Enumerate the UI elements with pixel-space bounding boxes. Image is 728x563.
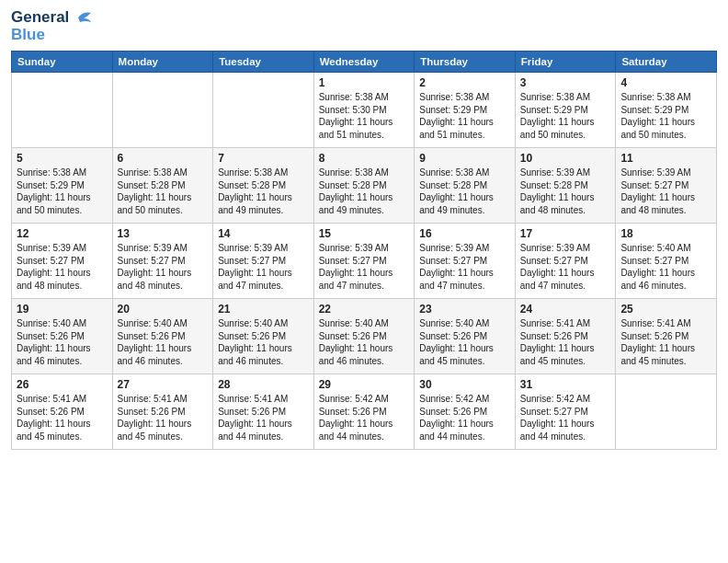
logo-text: General Blue [11, 9, 91, 43]
day-of-week-saturday: Saturday [616, 52, 717, 73]
day-number: 11 [620, 152, 711, 165]
table-row [112, 73, 213, 148]
day-info: Sunrise: 5:41 AM Sunset: 5:26 PM Dayligh… [218, 393, 309, 442]
day-info: Sunrise: 5:39 AM Sunset: 5:27 PM Dayligh… [319, 242, 410, 292]
table-row: 1Sunrise: 5:38 AM Sunset: 5:30 PM Daylig… [313, 73, 415, 148]
day-number: 20 [118, 303, 209, 316]
day-info: Sunrise: 5:40 AM Sunset: 5:26 PM Dayligh… [218, 317, 309, 367]
day-number: 8 [319, 152, 410, 165]
day-number: 9 [419, 152, 510, 165]
table-row: 29Sunrise: 5:42 AM Sunset: 5:26 PM Dayli… [313, 374, 415, 450]
day-of-week-friday: Friday [515, 52, 616, 73]
day-info: Sunrise: 5:40 AM Sunset: 5:26 PM Dayligh… [118, 317, 209, 367]
day-number: 27 [118, 378, 209, 391]
day-number: 16 [419, 227, 510, 240]
table-row: 3Sunrise: 5:38 AM Sunset: 5:29 PM Daylig… [515, 73, 616, 148]
day-number: 28 [218, 378, 309, 391]
table-row: 5Sunrise: 5:38 AM Sunset: 5:29 PM Daylig… [12, 148, 113, 224]
table-row: 2Sunrise: 5:38 AM Sunset: 5:29 PM Daylig… [415, 73, 516, 148]
table-row: 24Sunrise: 5:41 AM Sunset: 5:26 PM Dayli… [515, 299, 616, 374]
day-number: 4 [620, 76, 711, 89]
day-number: 24 [520, 303, 611, 316]
day-of-week-sunday: Sunday [12, 52, 113, 73]
logo-bird-icon [71, 9, 91, 26]
table-row: 14Sunrise: 5:39 AM Sunset: 5:27 PM Dayli… [213, 224, 314, 299]
day-info: Sunrise: 5:38 AM Sunset: 5:29 PM Dayligh… [620, 91, 711, 141]
page-header: General Blue [11, 9, 717, 43]
day-number: 7 [218, 152, 309, 165]
table-row: 21Sunrise: 5:40 AM Sunset: 5:26 PM Dayli… [213, 299, 314, 374]
day-number: 29 [319, 378, 410, 391]
table-row: 8Sunrise: 5:38 AM Sunset: 5:28 PM Daylig… [313, 148, 415, 224]
day-info: Sunrise: 5:38 AM Sunset: 5:28 PM Dayligh… [319, 167, 410, 216]
day-info: Sunrise: 5:39 AM Sunset: 5:27 PM Dayligh… [620, 167, 711, 216]
day-info: Sunrise: 5:42 AM Sunset: 5:26 PM Dayligh… [419, 393, 510, 442]
day-number: 2 [419, 76, 510, 89]
day-info: Sunrise: 5:41 AM Sunset: 5:26 PM Dayligh… [620, 317, 711, 367]
day-number: 15 [319, 227, 410, 240]
table-row: 27Sunrise: 5:41 AM Sunset: 5:26 PM Dayli… [112, 374, 213, 450]
table-row: 30Sunrise: 5:42 AM Sunset: 5:26 PM Dayli… [415, 374, 516, 450]
table-row [616, 374, 717, 450]
day-info: Sunrise: 5:39 AM Sunset: 5:27 PM Dayligh… [520, 242, 611, 292]
day-info: Sunrise: 5:39 AM Sunset: 5:27 PM Dayligh… [118, 242, 209, 292]
day-number: 18 [620, 227, 711, 240]
day-number: 25 [620, 303, 711, 316]
table-row: 7Sunrise: 5:38 AM Sunset: 5:28 PM Daylig… [213, 148, 314, 224]
table-row: 25Sunrise: 5:41 AM Sunset: 5:26 PM Dayli… [616, 299, 717, 374]
table-row: 19Sunrise: 5:40 AM Sunset: 5:26 PM Dayli… [12, 299, 113, 374]
day-of-week-thursday: Thursday [415, 52, 516, 73]
day-info: Sunrise: 5:40 AM Sunset: 5:27 PM Dayligh… [620, 242, 711, 292]
day-number: 17 [520, 227, 611, 240]
table-row: 20Sunrise: 5:40 AM Sunset: 5:26 PM Dayli… [112, 299, 213, 374]
table-row [12, 73, 113, 148]
day-number: 30 [419, 378, 510, 391]
day-info: Sunrise: 5:40 AM Sunset: 5:26 PM Dayligh… [17, 317, 108, 367]
day-number: 14 [218, 227, 309, 240]
table-row: 9Sunrise: 5:38 AM Sunset: 5:28 PM Daylig… [415, 148, 516, 224]
day-number: 31 [520, 378, 611, 391]
table-row: 31Sunrise: 5:42 AM Sunset: 5:27 PM Dayli… [515, 374, 616, 450]
day-info: Sunrise: 5:40 AM Sunset: 5:26 PM Dayligh… [319, 317, 410, 367]
day-of-week-monday: Monday [112, 52, 213, 73]
day-number: 26 [17, 378, 108, 391]
day-number: 21 [218, 303, 309, 316]
table-row: 12Sunrise: 5:39 AM Sunset: 5:27 PM Dayli… [12, 224, 113, 299]
logo-general: General [11, 9, 69, 27]
day-info: Sunrise: 5:42 AM Sunset: 5:27 PM Dayligh… [520, 393, 611, 442]
table-row: 11Sunrise: 5:39 AM Sunset: 5:27 PM Dayli… [616, 148, 717, 224]
calendar-table: SundayMondayTuesdayWednesdayThursdayFrid… [11, 51, 717, 450]
day-info: Sunrise: 5:38 AM Sunset: 5:29 PM Dayligh… [419, 91, 510, 141]
day-info: Sunrise: 5:42 AM Sunset: 5:26 PM Dayligh… [319, 393, 410, 442]
day-info: Sunrise: 5:39 AM Sunset: 5:28 PM Dayligh… [520, 167, 611, 216]
day-of-week-wednesday: Wednesday [313, 52, 415, 73]
day-info: Sunrise: 5:38 AM Sunset: 5:30 PM Dayligh… [319, 91, 410, 141]
logo-blue: Blue [11, 27, 91, 44]
day-info: Sunrise: 5:41 AM Sunset: 5:26 PM Dayligh… [118, 393, 209, 442]
day-info: Sunrise: 5:38 AM Sunset: 5:29 PM Dayligh… [520, 91, 611, 141]
day-info: Sunrise: 5:39 AM Sunset: 5:27 PM Dayligh… [419, 242, 510, 292]
day-number: 19 [17, 303, 108, 316]
logo: General Blue [11, 9, 91, 43]
day-number: 10 [520, 152, 611, 165]
day-info: Sunrise: 5:38 AM Sunset: 5:28 PM Dayligh… [218, 167, 309, 216]
day-of-week-tuesday: Tuesday [213, 52, 314, 73]
table-row: 23Sunrise: 5:40 AM Sunset: 5:26 PM Dayli… [415, 299, 516, 374]
day-info: Sunrise: 5:38 AM Sunset: 5:28 PM Dayligh… [118, 167, 209, 216]
day-number: 3 [520, 76, 611, 89]
day-info: Sunrise: 5:41 AM Sunset: 5:26 PM Dayligh… [17, 393, 108, 442]
table-row: 4Sunrise: 5:38 AM Sunset: 5:29 PM Daylig… [616, 73, 717, 148]
day-info: Sunrise: 5:38 AM Sunset: 5:28 PM Dayligh… [419, 167, 510, 216]
day-info: Sunrise: 5:39 AM Sunset: 5:27 PM Dayligh… [17, 242, 108, 292]
table-row: 16Sunrise: 5:39 AM Sunset: 5:27 PM Dayli… [415, 224, 516, 299]
table-row: 22Sunrise: 5:40 AM Sunset: 5:26 PM Dayli… [313, 299, 415, 374]
day-number: 13 [118, 227, 209, 240]
table-row: 13Sunrise: 5:39 AM Sunset: 5:27 PM Dayli… [112, 224, 213, 299]
table-row: 28Sunrise: 5:41 AM Sunset: 5:26 PM Dayli… [213, 374, 314, 450]
day-info: Sunrise: 5:40 AM Sunset: 5:26 PM Dayligh… [419, 317, 510, 367]
day-number: 6 [118, 152, 209, 165]
day-number: 22 [319, 303, 410, 316]
table-row: 18Sunrise: 5:40 AM Sunset: 5:27 PM Dayli… [616, 224, 717, 299]
day-number: 5 [17, 152, 108, 165]
table-row: 15Sunrise: 5:39 AM Sunset: 5:27 PM Dayli… [313, 224, 415, 299]
